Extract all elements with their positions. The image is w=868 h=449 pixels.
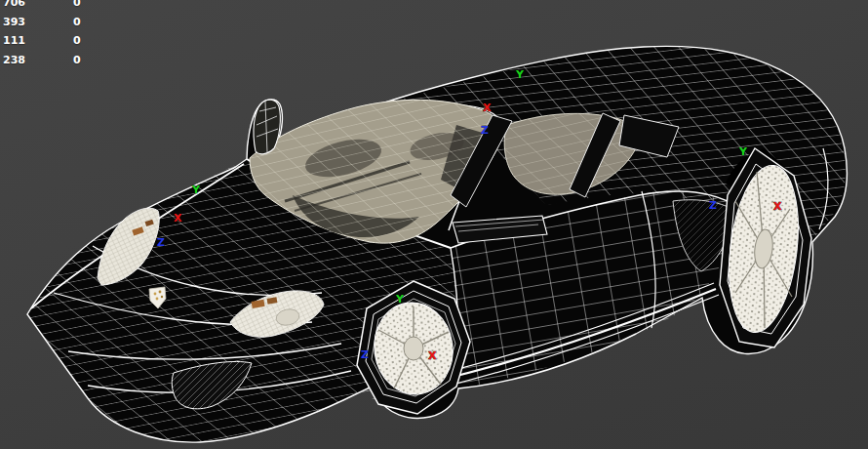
stat-count: 0	[73, 31, 81, 51]
stat-value: 706	[3, 0, 73, 13]
viewport-canvas[interactable]: Y X Z Y X Z Y X Z Y X Z	[0, 0, 868, 449]
stats-row: 111 0	[3, 31, 81, 51]
stat-count: 0	[73, 51, 81, 70]
car-model[interactable]	[27, 46, 847, 442]
axis-y-label: Y	[738, 145, 748, 158]
axis-z-label: Z	[709, 199, 717, 212]
front-hub	[404, 337, 423, 360]
viewport-statistics: 706 0 393 0 111 0 238 0	[3, 0, 81, 69]
stat-count: 0	[73, 13, 81, 32]
axis-x-label: X	[483, 102, 492, 114]
3d-viewport[interactable]: Y X Z Y X Z Y X Z Y X Z 706 0	[0, 0, 868, 449]
stat-value: 111	[3, 31, 73, 51]
axis-z-label: Z	[481, 124, 489, 137]
stats-row: 238 0	[3, 51, 81, 70]
axis-x-label: X	[773, 200, 782, 213]
axis-z-label: Z	[157, 236, 165, 249]
axis-z-label: Z	[361, 348, 369, 361]
stat-value: 393	[3, 13, 73, 32]
axis-x-label: X	[428, 349, 437, 362]
axis-y-label: Y	[515, 68, 525, 81]
axis-y-label: Y	[191, 184, 201, 196]
stat-value: 238	[3, 51, 73, 70]
axis-x-label: X	[174, 212, 182, 224]
stats-row: 393 0	[3, 13, 81, 32]
stats-row: 706 0	[3, 0, 81, 13]
axis-y-label: Y	[395, 293, 405, 306]
stat-count: 0	[73, 0, 81, 13]
